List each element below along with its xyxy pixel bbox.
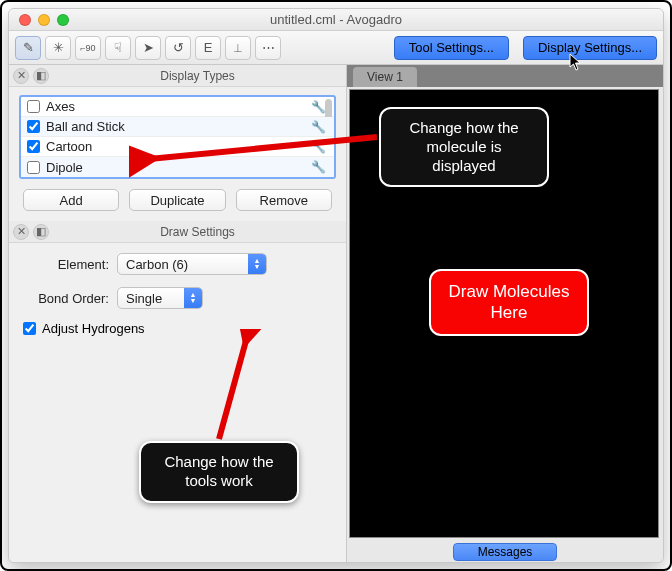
tool-manipulate[interactable]: ☟ (105, 36, 131, 60)
tool-measure[interactable]: ⟂ (225, 36, 251, 60)
tool-draw[interactable]: ✎ (15, 36, 41, 60)
duplicate-button[interactable]: Duplicate (129, 189, 225, 211)
tool-autorotate[interactable]: ↺ (165, 36, 191, 60)
rotate-icon: ↺ (173, 40, 184, 55)
application-frame: untitled.cml - Avogadro ✎ ✳ ⌐90 ☟ ➤ ↺ E … (0, 0, 672, 571)
display-type-checkbox[interactable] (27, 120, 40, 133)
pencil-icon: ✎ (23, 40, 34, 55)
tool-align[interactable]: ⋯ (255, 36, 281, 60)
add-button[interactable]: Add (23, 189, 119, 211)
window-title: untitled.cml - Avogadro (9, 12, 663, 27)
close-panel-icon[interactable]: ✕ (13, 68, 29, 84)
close-panel-icon[interactable]: ✕ (13, 224, 29, 240)
minimize-icon[interactable] (38, 14, 50, 26)
callout-tools: Change how the tools work (139, 441, 299, 503)
wrench-icon[interactable]: 🔧 (311, 100, 326, 114)
align-icon: ⋯ (262, 40, 275, 55)
remove-button[interactable]: Remove (236, 189, 332, 211)
wrench-icon[interactable]: 🔧 (311, 120, 326, 134)
adjust-hydrogens-label: Adjust Hydrogens (42, 321, 145, 336)
detach-panel-icon[interactable]: ◧ (33, 224, 49, 240)
chevron-updown-icon: ▲▼ (184, 288, 202, 308)
tool-select[interactable]: ➤ (135, 36, 161, 60)
toolbar: ✎ ✳ ⌐90 ☟ ➤ ↺ E ⟂ ⋯ Tool Settings... Dis… (9, 31, 663, 65)
display-types-header: ✕ ◧ Display Types (9, 65, 346, 87)
main-window: untitled.cml - Avogadro ✎ ✳ ⌐90 ☟ ➤ ↺ E … (8, 8, 664, 563)
wrench-icon[interactable]: 🔧 (311, 140, 326, 154)
draw-settings-panel: Element: Carbon (6) ▲▼ Bond Order: Singl… (9, 243, 346, 562)
optimize-icon: E (204, 40, 213, 55)
chevron-updown-icon: ▲▼ (248, 254, 266, 274)
element-label: Element: (23, 257, 109, 272)
list-item[interactable]: Cartoon 🔧 (21, 137, 334, 157)
bond-order-select[interactable]: Single ▲▼ (117, 287, 203, 309)
detach-panel-icon[interactable]: ◧ (33, 68, 49, 84)
titlebar: untitled.cml - Avogadro (9, 9, 663, 31)
pointer-icon: ➤ (143, 40, 154, 55)
cursor-icon (569, 53, 583, 71)
callout-draw: Draw Molecules Here (429, 269, 589, 336)
measure-icon: ⟂ (234, 40, 242, 55)
messages-button[interactable]: Messages (453, 543, 558, 561)
callout-display: Change how the molecule is displayed (379, 107, 549, 187)
wrench-icon[interactable]: 🔧 (311, 160, 326, 174)
display-types-list[interactable]: Axes 🔧 Ball and Stick 🔧 Cartoon 🔧 Dipol (19, 95, 336, 179)
display-type-checkbox[interactable] (27, 100, 40, 113)
list-item[interactable]: Ball and Stick 🔧 (21, 117, 334, 137)
bond-order-label: Bond Order: (23, 291, 109, 306)
hand-icon: ☟ (114, 40, 122, 55)
list-item[interactable]: Dipole 🔧 (21, 157, 334, 177)
adjust-hydrogens-checkbox[interactable] (23, 322, 36, 335)
display-type-checkbox[interactable] (27, 140, 40, 153)
tool-navigate[interactable]: ✳ (45, 36, 71, 60)
list-item[interactable]: Axes 🔧 (21, 97, 334, 117)
display-settings-button[interactable]: Display Settings... (523, 36, 657, 60)
zoom-icon[interactable] (57, 14, 69, 26)
angle-icon: ⌐90 (80, 43, 95, 53)
tab-view1[interactable]: View 1 (353, 67, 417, 87)
view-tabstrip: View 1 (347, 65, 663, 87)
star-icon: ✳ (53, 40, 64, 55)
draw-settings-header: ✕ ◧ Draw Settings (9, 221, 346, 243)
close-icon[interactable] (19, 14, 31, 26)
display-type-checkbox[interactable] (27, 161, 40, 174)
tool-bond[interactable]: ⌐90 (75, 36, 101, 60)
tool-opt[interactable]: E (195, 36, 221, 60)
element-select[interactable]: Carbon (6) ▲▼ (117, 253, 267, 275)
tool-settings-button[interactable]: Tool Settings... (394, 36, 509, 60)
